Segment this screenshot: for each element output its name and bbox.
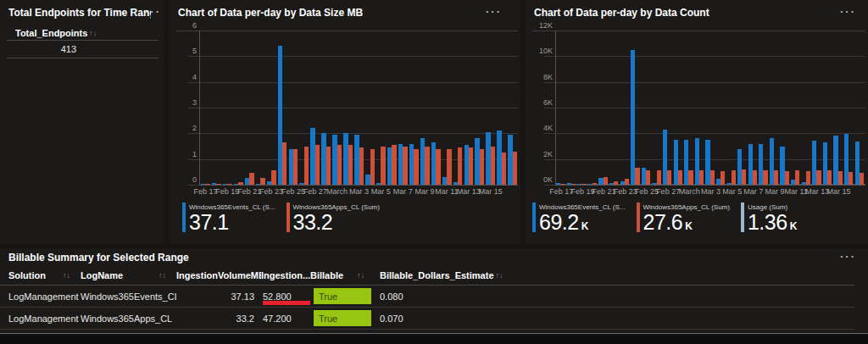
column-header-ingestionvolumemb[interactable]: IngestionVolumeMB↑↓ xyxy=(176,270,261,280)
bar-group xyxy=(298,31,309,185)
bar-group xyxy=(431,31,442,185)
column-header-billable-dollars-estimate[interactable]: Billable_Dollars_Estimate↑↓ xyxy=(375,270,502,280)
billable-cell: True xyxy=(310,310,375,326)
y-axis-tick: 2K xyxy=(526,150,553,158)
bar-apps xyxy=(721,171,725,185)
bar-apps xyxy=(447,149,451,186)
billable-true-badge: True xyxy=(314,310,371,326)
bar-apps xyxy=(742,169,746,185)
x-axis-tick: Feb 27 xyxy=(303,187,327,196)
bar-apps xyxy=(469,147,473,185)
column-header-ingestion[interactable]: Ingestion...↑↓ xyxy=(261,270,310,280)
y-axis-tick: 10K xyxy=(526,47,553,55)
bar-group xyxy=(255,31,266,185)
bar-apps xyxy=(816,170,821,185)
y-axis-tick: 0K xyxy=(526,175,553,184)
x-axis-tick: Mar 15 xyxy=(479,187,503,196)
bar-apps xyxy=(414,149,418,186)
x-axis-tick: Mar 7 xyxy=(393,187,413,196)
x-axis-labels: Feb 17Feb 19Feb 21Feb 23Feb 25Feb 27Marc… xyxy=(200,187,518,199)
x-axis-tick: Mar 11 xyxy=(785,187,808,196)
y-axis-tick: 4 xyxy=(170,73,197,81)
bar-apps xyxy=(381,147,385,186)
column-header-solution[interactable]: Solution↑↓ xyxy=(8,270,81,280)
solution-cell: LogManagement xyxy=(8,313,81,324)
bar-apps xyxy=(359,147,364,185)
bar-group xyxy=(353,31,364,185)
x-axis-line xyxy=(555,185,865,186)
data-size-chart-panel: Chart of Data per-day by Data Size MB ··… xyxy=(170,0,520,244)
bar-apps xyxy=(849,172,853,185)
x-axis-tick: Feb 25 xyxy=(281,187,305,196)
y-axis-tick: 8K xyxy=(526,73,553,81)
x-axis-tick: Mar 13 xyxy=(457,187,481,196)
bar-group xyxy=(780,31,791,185)
bar-apps xyxy=(348,145,353,185)
bar-usage xyxy=(864,184,865,185)
bar-group xyxy=(485,31,496,185)
more-options-icon[interactable]: ··· xyxy=(840,250,856,264)
y-axis-tick: 3 xyxy=(170,98,197,107)
solution-cell: LogManagement xyxy=(8,291,81,302)
bar-group xyxy=(398,31,409,185)
column-header-billable[interactable]: Billable↑↓ xyxy=(310,270,375,280)
legend-stat-usage[interactable]: Usage (Sum) 1.36K xyxy=(741,203,797,237)
bar-group xyxy=(222,31,233,185)
ingestion-cell: 47.200 xyxy=(261,308,310,329)
bar-group xyxy=(507,31,518,185)
chart-legend-stats: Windows365Events_CL (S... 37.1 Windows36… xyxy=(182,203,391,233)
more-options-icon[interactable]: ··· xyxy=(145,5,161,19)
bar-apps xyxy=(403,147,407,186)
bar-apps xyxy=(282,142,287,185)
bar-group xyxy=(833,31,844,185)
y-axis-tick: 6K xyxy=(526,98,553,107)
bar-apps xyxy=(480,149,484,186)
legend-stat-apps[interactable]: Windows365Apps_CL (Sum) 27.6K xyxy=(637,203,730,237)
bar-group xyxy=(342,31,353,185)
x-axis-tick: Feb 25 xyxy=(635,187,659,196)
x-axis-tick: Mar 13 xyxy=(805,187,829,196)
column-header-logname[interactable]: LogName↑↓ xyxy=(81,270,176,280)
bar-group xyxy=(309,31,320,185)
bar-apps xyxy=(205,184,209,185)
table-row[interactable]: 413 xyxy=(7,41,159,58)
legend-stat-events[interactable]: Windows365Events_CL (S... 69.2K xyxy=(532,203,626,237)
billable-table: Solution↑↓ LogName↑↓ IngestionVolumeMB↑↓… xyxy=(0,266,854,330)
bar-group xyxy=(211,31,222,185)
bar-group xyxy=(409,31,420,185)
bar-group xyxy=(331,31,342,185)
bar-apps xyxy=(271,170,275,185)
y-axis-tick: 5 xyxy=(170,47,197,55)
bar-apps xyxy=(774,170,778,185)
bar-apps xyxy=(293,149,298,186)
stat-value: 1.36K xyxy=(748,211,797,237)
x-axis-tick: Feb 23 xyxy=(614,187,637,196)
bar-group xyxy=(496,31,507,185)
legend-stat-apps[interactable]: Windows365Apps_CL (Sum) 33.2 xyxy=(287,203,380,233)
bar-apps xyxy=(678,170,682,185)
bar-group xyxy=(674,31,685,185)
table-row[interactable]: LogManagement Windows365Events_CL 37.13 … xyxy=(0,286,854,308)
table-row[interactable]: LogManagement Windows365Apps_CL 33.2 47.… xyxy=(0,308,854,330)
chart-legend-stats: Windows365Events_CL (S... 69.2K Windows3… xyxy=(532,203,808,237)
bar-apps xyxy=(657,170,661,185)
series-color-marker xyxy=(287,203,290,232)
bar-group xyxy=(464,31,475,185)
y-axis-tick: 12K xyxy=(526,21,553,30)
sort-icon[interactable]: ↑↓ xyxy=(89,29,97,37)
legend-stat-events[interactable]: Windows365Events_CL (S... 37.1 xyxy=(182,203,275,233)
bar-group xyxy=(802,31,813,185)
bar-groups xyxy=(556,31,865,185)
bar-group xyxy=(823,31,834,185)
y-axis-tick: 2 xyxy=(170,124,197,132)
bar-group xyxy=(598,31,609,185)
x-axis-tick: Mar 9 xyxy=(415,187,435,196)
billable-cell: True xyxy=(310,288,375,304)
bar-events xyxy=(631,50,635,185)
x-axis-tick: Feb 21 xyxy=(237,187,261,196)
bar-apps xyxy=(710,170,715,185)
billable-table-header: Solution↑↓ LogName↑↓ IngestionVolumeMB↑↓… xyxy=(0,266,854,286)
bar-group xyxy=(233,31,244,185)
total-endpoints-column-header[interactable]: Total_Endpoints xyxy=(15,28,87,38)
bar-apps xyxy=(425,147,429,186)
